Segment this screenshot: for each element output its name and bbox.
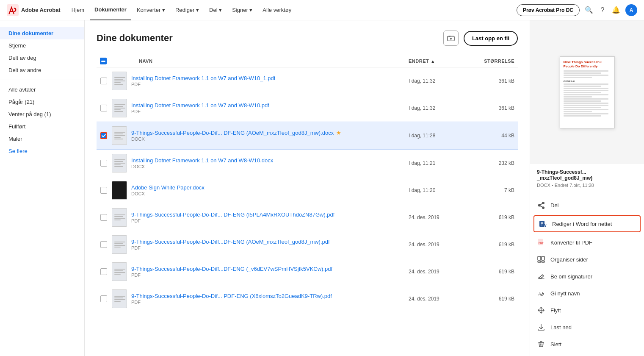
checkbox[interactable] [100, 105, 107, 111]
table-row[interactable]: Installing Dotnet Framework 1.1 on W7 an… [97, 150, 518, 177]
row-checkbox[interactable] [100, 132, 108, 139]
doc-name[interactable]: 9-Things-Successful-People-Do-Dif... DF-… [131, 211, 404, 218]
doc-modified: I dag, 11:21 [409, 160, 472, 166]
checkbox[interactable] [100, 268, 107, 275]
svg-rect-4 [541, 222, 543, 223]
table-row[interactable]: Adobe Sign White Paper.docx DOCX I dag, … [97, 177, 518, 204]
doc-type: PDF [131, 273, 404, 278]
sidebar-item-dine-dokumenter[interactable]: Dine dokumenter [0, 27, 84, 39]
sidebar-item-stjerne[interactable]: Stjerne [0, 39, 84, 52]
notifications-icon[interactable]: 🔔 [612, 6, 620, 14]
doc-name[interactable]: Adobe Sign White Paper.docx [131, 184, 404, 191]
doc-type: PDF [131, 109, 404, 114]
sidebar-item-delt-av-deg[interactable]: Delt av deg [0, 52, 84, 64]
checkbox[interactable] [100, 241, 107, 248]
action-organize[interactable]: Organiser sider [530, 251, 644, 268]
table-row[interactable]: 9-Things-Successful-People-Do-Dif... DF-… [97, 122, 518, 150]
doc-name[interactable]: Installing Dotnet Framework 1.1 on W7 an… [131, 75, 404, 81]
doc-size: 619 kB [476, 242, 514, 248]
select-all-checkbox[interactable] [100, 58, 107, 64]
table-row[interactable]: 9-Things-Successful-People-Do-Diff...DF-… [97, 231, 518, 258]
checkbox[interactable] [100, 214, 107, 221]
help-icon[interactable]: ? [598, 6, 607, 14]
sidebar-item-venter-pa-deg[interactable]: Venter på deg (1) [0, 108, 84, 120]
main-content: Dine dokumenter Last opp en fil [85, 20, 530, 356]
row-checkbox[interactable] [100, 214, 108, 221]
row-checkbox[interactable] [100, 159, 108, 167]
nav-dokumenter[interactable]: Dokumenter [90, 0, 131, 20]
doc-name[interactable]: 9-Things-Successful-People-Do-Diff...DF-… [131, 266, 404, 272]
sidebar-label: Dine dokumenter [8, 30, 53, 36]
nav-konverter[interactable]: Konverter ▾ [133, 0, 169, 20]
sidebar-item-alle-avtaler[interactable]: Alle avtaler [0, 83, 84, 96]
right-panel: Nine Things Successful People Do Differe… [530, 20, 644, 356]
action-share-label: Del [550, 202, 559, 209]
sidebar-item-fullfort[interactable]: Fullført [0, 120, 84, 133]
row-checkbox[interactable] [100, 295, 108, 303]
nav-rediger[interactable]: Rediger ▾ [171, 0, 203, 20]
doc-modified: I dag, 11:28 [409, 133, 472, 139]
action-rename[interactable]: A Gi nytt navn [530, 285, 644, 302]
checkbox[interactable] [100, 78, 107, 84]
upload-icon-button[interactable] [443, 31, 459, 46]
app-logo[interactable]: Adobe Acrobat [7, 4, 61, 16]
doc-thumbnail [112, 126, 127, 145]
indeterminate-icon [101, 61, 105, 62]
sidebar-item-maler[interactable]: Maler [0, 133, 84, 145]
file-info-name: 9-Things-Successf... _mxzTleof_god8J_mw) [537, 169, 637, 181]
doc-name[interactable]: 9-Things-Successful-People-Do-Dif... PDF… [131, 293, 404, 299]
try-button[interactable]: Prøv Acrobat Pro DC [517, 4, 580, 16]
row-checkbox[interactable] [100, 186, 108, 194]
nav-del[interactable]: Del ▾ [205, 0, 226, 20]
page-title: Dine dokumenter [97, 33, 173, 44]
row-checkbox[interactable] [100, 241, 108, 248]
sidebar-label: Stjerne [8, 42, 26, 49]
doc-info: Adobe Sign White Paper.docx DOCX [131, 184, 404, 196]
checkbox[interactable] [100, 160, 107, 167]
doc-type: PDF [131, 245, 404, 250]
table-row[interactable]: Installing Dotnet Framework 1.1 on W7 an… [97, 95, 518, 122]
doc-name[interactable]: 9-Things-Successful-People-Do-Dif... DF-… [131, 130, 404, 136]
checkbox[interactable] [100, 132, 107, 139]
document-table: Installing Dotnet Framework 1.1 on W7 an… [97, 67, 518, 312]
word-icon: W [539, 220, 547, 228]
doc-name[interactable]: Installing Dotnet Framework 1.1 on W7 an… [131, 102, 404, 108]
see-more-link[interactable]: Se flere [0, 145, 84, 157]
doc-name[interactable]: 9-Things-Successful-People-Do-Diff...DF-… [131, 239, 404, 245]
checkbox[interactable] [100, 295, 107, 302]
action-sign[interactable]: Be om signaturer [530, 268, 644, 285]
doc-modified: I dag, 11:20 [409, 187, 472, 193]
action-move[interactable]: Flytt [530, 302, 644, 319]
sign-icon [537, 272, 545, 281]
action-delete[interactable]: Slett [530, 336, 644, 353]
table-row[interactable]: 9-Things-Successful-People-Do-Diff...DF-… [97, 258, 518, 285]
upload-button[interactable]: Last opp en fil [464, 31, 518, 46]
user-avatar[interactable]: A [625, 4, 637, 16]
doc-thumbnail [112, 154, 127, 172]
search-icon[interactable]: 🔍 [585, 6, 593, 14]
nav-hjem[interactable]: Hjem [67, 0, 88, 20]
row-checkbox[interactable] [100, 104, 108, 112]
table-row[interactable]: 9-Things-Successful-People-Do-Dif... DF-… [97, 204, 518, 231]
file-preview-doc: Nine Things Successful People Do Differe… [560, 56, 615, 128]
move-icon [537, 306, 545, 314]
table-row[interactable]: 9-Things-Successful-People-Do-Dif... PDF… [97, 285, 518, 312]
action-download[interactable]: Last ned [530, 319, 644, 336]
sort-arrow-icon[interactable]: ▲ [431, 59, 435, 64]
row-checkbox[interactable] [100, 268, 108, 275]
nav-alle-verktoy[interactable]: Alle verktøy [258, 0, 296, 20]
checkbox[interactable] [100, 187, 107, 194]
nav-signer[interactable]: Signer ▾ [228, 0, 257, 20]
doc-name[interactable]: Installing Dotnet Framework 1.1 on W7 an… [131, 157, 404, 164]
sidebar-item-delt-av-andre[interactable]: Delt av andre [0, 64, 84, 76]
sidebar-item-pagar[interactable]: Pågår (21) [0, 96, 84, 108]
doc-modified: 24. des. 2019 [409, 214, 472, 220]
action-convert-pdf[interactable]: PDF Konverter til PDF [530, 234, 644, 251]
star-icon[interactable]: ★ [336, 130, 341, 136]
action-edit-word[interactable]: W Rediger i Word for nettet [533, 215, 641, 232]
doc-info: 9-Things-Successful-People-Do-Dif... DF-… [131, 211, 404, 223]
action-share[interactable]: Del [530, 197, 644, 214]
table-row[interactable]: Installing Dotnet Framework 1.1 on W7 an… [97, 67, 518, 95]
row-checkbox[interactable] [100, 77, 108, 85]
action-convert-label: Konverter til PDF [550, 239, 592, 246]
